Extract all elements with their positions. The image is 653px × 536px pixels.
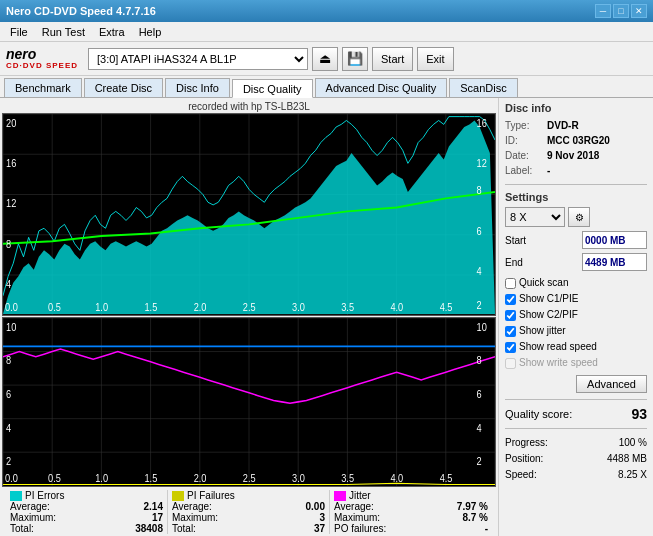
settings-icon-btn[interactable]: ⚙ xyxy=(568,207,590,227)
minimize-button[interactable]: ─ xyxy=(595,4,611,18)
chart-container: 20 16 12 8 4 16 12 8 6 4 2 0.0 0.5 1.0 xyxy=(2,113,496,487)
pif-max-label: Maximum: xyxy=(172,512,218,523)
pi-max-label: Maximum: xyxy=(10,512,56,523)
svg-text:16: 16 xyxy=(477,116,487,129)
title-bar: Nero CD-DVD Speed 4.7.7.16 ─ □ ✕ xyxy=(0,0,653,22)
tab-scan-disc[interactable]: ScanDisc xyxy=(449,78,517,97)
menu-extra[interactable]: Extra xyxy=(93,24,131,40)
svg-text:1.0: 1.0 xyxy=(95,300,108,313)
progress-section: Progress: 100 % Position: 4488 MB Speed:… xyxy=(505,435,647,483)
svg-text:2.5: 2.5 xyxy=(243,472,256,484)
show-c1-pie-row: Show C1/PIE xyxy=(505,291,647,307)
quality-row: Quality score: 93 xyxy=(505,406,647,422)
svg-text:3.0: 3.0 xyxy=(292,300,305,313)
tab-advanced-disc-quality[interactable]: Advanced Disc Quality xyxy=(315,78,448,97)
quick-scan-row: Quick scan xyxy=(505,275,647,291)
menu-run-test[interactable]: Run Test xyxy=(36,24,91,40)
disc-label-value: - xyxy=(547,163,550,178)
tab-benchmark[interactable]: Benchmark xyxy=(4,78,82,97)
position-label: Position: xyxy=(505,451,543,467)
svg-text:4.5: 4.5 xyxy=(440,472,453,484)
nero-logo-text: nero xyxy=(6,47,36,61)
speed-row: 8 X ⚙ xyxy=(505,207,647,227)
pi-total-label: Total: xyxy=(10,523,34,534)
svg-text:8: 8 xyxy=(6,237,11,250)
disc-date-value: 9 Nov 2018 xyxy=(547,148,599,163)
svg-text:4: 4 xyxy=(477,264,482,277)
stats-grid: PI Errors Average:2.14 Maximum:17 Total:… xyxy=(6,490,492,534)
nero-logo: nero CD·DVD SPEED xyxy=(6,47,78,70)
svg-text:3.5: 3.5 xyxy=(341,472,354,484)
advanced-button[interactable]: Advanced xyxy=(576,375,647,393)
svg-text:6: 6 xyxy=(477,224,482,237)
po-fail-value: - xyxy=(485,523,488,534)
quick-scan-checkbox[interactable] xyxy=(505,278,516,289)
start-button[interactable]: Start xyxy=(372,47,413,71)
svg-text:2: 2 xyxy=(477,455,482,467)
show-write-speed-row: Show write speed xyxy=(505,355,647,371)
show-jitter-checkbox[interactable] xyxy=(505,326,516,337)
svg-text:1.5: 1.5 xyxy=(144,300,157,313)
maximize-button[interactable]: □ xyxy=(613,4,629,18)
show-c1-pie-label: Show C1/PIE xyxy=(519,291,578,307)
tab-disc-info[interactable]: Disc Info xyxy=(165,78,230,97)
pi-avg-label: Average: xyxy=(10,501,50,512)
pi-failures-legend-item: PI Failures xyxy=(172,490,325,501)
svg-text:3.0: 3.0 xyxy=(292,472,305,484)
svg-text:4.0: 4.0 xyxy=(390,472,403,484)
jitter-stats: Jitter Average:7.97 % Maximum:8.7 % PO f… xyxy=(330,490,492,534)
disc-label-label: Label: xyxy=(505,163,543,178)
show-read-speed-label: Show read speed xyxy=(519,339,597,355)
end-input[interactable] xyxy=(582,253,647,271)
exit-button[interactable]: Exit xyxy=(417,47,453,71)
upper-chart-svg: 20 16 12 8 4 16 12 8 6 4 2 0.0 0.5 1.0 xyxy=(3,114,495,315)
svg-text:8: 8 xyxy=(6,355,11,367)
lower-chart-svg: 10 8 6 4 2 10 8 6 4 2 0.0 0.5 1.0 1.5 xyxy=(3,318,495,486)
show-c2-pif-checkbox[interactable] xyxy=(505,310,516,321)
show-read-speed-checkbox[interactable] xyxy=(505,342,516,353)
pi-errors-stats: PI Errors Average:2.14 Maximum:17 Total:… xyxy=(6,490,168,534)
svg-text:2: 2 xyxy=(6,455,11,467)
show-c1-pie-checkbox[interactable] xyxy=(505,294,516,305)
speed-select[interactable]: 8 X xyxy=(505,207,565,227)
show-c2-pif-label: Show C2/PIF xyxy=(519,307,578,323)
close-button[interactable]: ✕ xyxy=(631,4,647,18)
quality-label: Quality score: xyxy=(505,408,572,420)
pi-errors-color xyxy=(10,491,22,501)
start-input[interactable] xyxy=(582,231,647,249)
tab-create-disc[interactable]: Create Disc xyxy=(84,78,163,97)
svg-text:8: 8 xyxy=(477,183,482,196)
drive-select[interactable]: [3:0] ATAPI iHAS324 A BL1P xyxy=(88,48,308,70)
end-field-row: End xyxy=(505,253,647,271)
show-write-speed-label: Show write speed xyxy=(519,355,598,371)
save-icon-btn[interactable]: 💾 xyxy=(342,47,368,71)
menu-bar: File Run Test Extra Help xyxy=(0,22,653,42)
pi-failures-color xyxy=(172,491,184,501)
disc-id-value: MCC 03RG20 xyxy=(547,133,610,148)
menu-help[interactable]: Help xyxy=(133,24,168,40)
speed-value: 8.25 X xyxy=(618,467,647,483)
svg-text:4: 4 xyxy=(6,422,11,434)
menu-file[interactable]: File xyxy=(4,24,34,40)
disc-type-label: Type: xyxy=(505,118,543,133)
pi-errors-legend-label: PI Errors xyxy=(25,490,64,501)
disc-date-label: Date: xyxy=(505,148,543,163)
svg-text:12: 12 xyxy=(6,196,16,209)
jitter-color xyxy=(334,491,346,501)
start-field-row: Start xyxy=(505,231,647,249)
svg-text:2.0: 2.0 xyxy=(194,300,207,313)
jit-max-label: Maximum: xyxy=(334,512,380,523)
end-label: End xyxy=(505,257,523,268)
right-panel: Disc info Type:DVD-R ID:MCC 03RG20 Date:… xyxy=(498,98,653,536)
start-label: Start xyxy=(505,235,526,246)
position-value: 4488 MB xyxy=(607,451,647,467)
lower-chart: 10 8 6 4 2 10 8 6 4 2 0.0 0.5 1.0 1.5 xyxy=(2,317,496,487)
eject-icon-btn[interactable]: ⏏ xyxy=(312,47,338,71)
speed-label: Speed: xyxy=(505,467,537,483)
tab-disc-quality[interactable]: Disc Quality xyxy=(232,79,313,98)
svg-text:6: 6 xyxy=(477,388,482,400)
svg-text:1.5: 1.5 xyxy=(144,472,157,484)
svg-text:4: 4 xyxy=(477,422,482,434)
show-write-speed-checkbox[interactable] xyxy=(505,358,516,369)
show-jitter-label: Show jitter xyxy=(519,323,566,339)
